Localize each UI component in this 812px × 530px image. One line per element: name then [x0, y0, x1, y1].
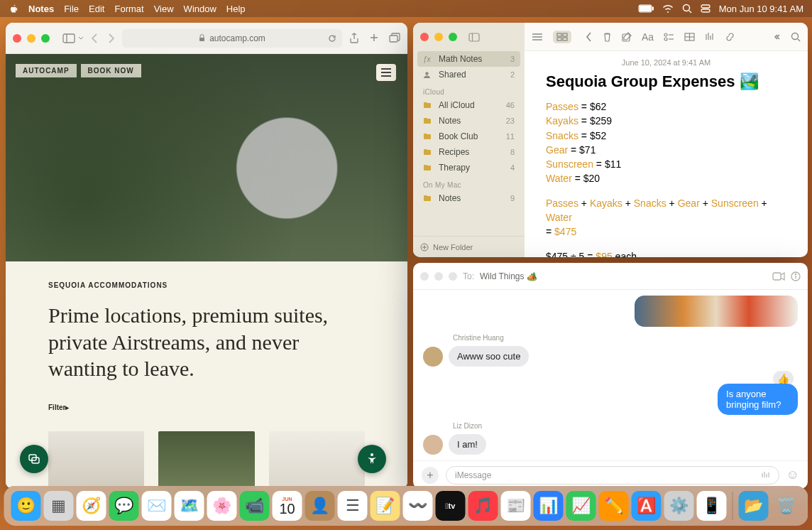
dock-safari-icon[interactable]: 🧭 — [77, 491, 106, 521]
dock-appstore-icon[interactable]: 🅰️ — [632, 491, 662, 521]
dock-messages-icon[interactable]: 💬 — [109, 491, 139, 521]
dock-mail-icon[interactable]: ✉️ — [142, 491, 172, 521]
compose-icon[interactable] — [622, 32, 632, 42]
dock-photos-icon[interactable]: 🌸 — [207, 491, 237, 521]
forward-button[interactable] — [106, 33, 115, 43]
sidebar-toggle-icon[interactable] — [468, 33, 480, 42]
site-logo[interactable]: AUTOCAMP — [16, 64, 77, 77]
app-name[interactable]: Notes — [28, 4, 54, 14]
dock-tv-icon[interactable]: tv — [436, 491, 466, 521]
avatar[interactable] — [423, 435, 443, 455]
dock-contacts-icon[interactable]: 👤 — [305, 491, 335, 521]
battery-icon[interactable] — [638, 4, 654, 13]
message-bubble[interactable]: I am! — [449, 434, 486, 455]
reload-icon[interactable] — [328, 34, 336, 43]
menu-window[interactable]: Window — [184, 4, 216, 14]
hamburger-menu-icon[interactable] — [376, 64, 396, 81]
sidebar-item-therapy[interactable]: Therapy4 — [417, 160, 520, 175]
sidebar-toggle-icon[interactable] — [62, 33, 75, 43]
more-icon[interactable] — [771, 33, 781, 40]
chevron-down-icon[interactable] — [78, 36, 84, 41]
table-icon[interactable] — [684, 33, 695, 41]
note-editor[interactable]: June 10, 2024 at 9:41 AM Sequoia Group E… — [525, 51, 808, 257]
dock-numbers-icon[interactable]: 📈 — [566, 491, 596, 521]
apple-menu-icon[interactable] — [9, 4, 18, 13]
facetime-icon[interactable] — [772, 272, 785, 281]
accessibility-icon[interactable] — [358, 445, 386, 473]
minimize-window-button[interactable] — [27, 34, 35, 43]
sidebar-item-notes[interactable]: Notes9 — [417, 190, 520, 206]
media-icon[interactable] — [705, 32, 715, 41]
filter-button[interactable]: Filter▸ — [48, 404, 365, 411]
sidebar-item-all-icloud[interactable]: All iCloud46 — [417, 97, 520, 113]
format-text-icon[interactable]: Aa — [642, 31, 654, 43]
fullscreen-window-button[interactable] — [41, 34, 50, 43]
message-image-attachment[interactable] — [635, 296, 798, 327]
message-bubble-sent[interactable]: Is anyone bringing film? — [718, 384, 798, 415]
sidebar-item-shared[interactable]: Shared2 — [417, 67, 520, 82]
menu-file[interactable]: File — [64, 4, 79, 14]
dock-iphone-mirroring-icon[interactable]: 📱 — [697, 491, 727, 521]
control-center-icon[interactable] — [701, 4, 710, 13]
dock-trash-icon[interactable]: 🗑️ — [772, 491, 801, 521]
close-window-button[interactable] — [420, 33, 429, 41]
share-icon[interactable] — [349, 33, 359, 44]
menubar-clock[interactable]: Mon Jun 10 9:41 AM — [719, 4, 803, 14]
dock-finder-icon[interactable]: 🙂 — [11, 491, 41, 521]
dock-calendar-icon[interactable]: JUN10 — [273, 491, 302, 521]
new-folder-button[interactable]: New Folder — [413, 236, 525, 257]
gallery-view-icon[interactable] — [553, 31, 571, 43]
new-tab-icon[interactable] — [369, 33, 379, 44]
menu-format[interactable]: Format — [114, 4, 143, 14]
dock-maps-icon[interactable]: 🗺️ — [175, 491, 204, 521]
thumbnail[interactable] — [48, 431, 144, 490]
search-icon[interactable] — [791, 32, 801, 42]
thumbnail[interactable] — [269, 431, 365, 490]
link-icon[interactable] — [725, 33, 735, 41]
menu-help[interactable]: Help — [226, 4, 246, 14]
sidebar-item-math-notes[interactable]: ƒxMath Notes3 — [417, 51, 520, 67]
emoji-picker-icon[interactable]: ☺ — [786, 467, 799, 482]
dock-reminders-icon[interactable]: ☰ — [338, 491, 368, 521]
dock-launchpad-icon[interactable]: ▦ — [44, 491, 74, 521]
close-window-button[interactable] — [13, 34, 21, 43]
minimize-window-button[interactable] — [434, 272, 443, 281]
message-input[interactable]: iMessage — [446, 466, 779, 485]
minimize-window-button[interactable] — [434, 33, 443, 41]
apps-button-icon[interactable]: + — [422, 467, 439, 484]
fullscreen-window-button[interactable] — [449, 33, 457, 41]
chat-widget-icon[interactable] — [20, 445, 48, 473]
info-icon[interactable] — [791, 271, 801, 281]
conversation-name[interactable]: Wild Things 🏕️ — [480, 271, 537, 281]
close-window-button[interactable] — [420, 272, 429, 281]
dock-pages-icon[interactable]: ✏️ — [599, 491, 629, 521]
dock-keynote-icon[interactable]: 📊 — [534, 491, 564, 521]
thumbnail[interactable] — [158, 431, 254, 490]
fullscreen-window-button[interactable] — [449, 272, 457, 281]
dock-news-icon[interactable]: 📰 — [501, 491, 531, 521]
sidebar-item-recipes[interactable]: Recipes8 — [417, 144, 520, 160]
dock-freeform-icon[interactable]: 〰️ — [403, 491, 433, 521]
sidebar-item-notes[interactable]: Notes23 — [417, 113, 520, 129]
dock-facetime-icon[interactable]: 📹 — [240, 491, 270, 521]
list-view-icon[interactable] — [532, 33, 543, 41]
menu-view[interactable]: View — [154, 4, 174, 14]
tabs-icon[interactable] — [389, 33, 400, 44]
back-icon[interactable] — [586, 32, 593, 42]
back-button[interactable] — [91, 33, 99, 43]
address-bar[interactable]: autocamp.com — [122, 29, 342, 48]
book-now-button[interactable]: BOOK NOW — [81, 64, 141, 77]
dock-settings-icon[interactable]: ⚙️ — [664, 491, 694, 521]
checklist-icon[interactable] — [664, 33, 674, 41]
trash-icon[interactable] — [603, 32, 612, 42]
dictation-icon[interactable] — [760, 470, 770, 480]
wifi-icon[interactable] — [662, 4, 674, 13]
message-bubble[interactable]: Awww soo cute — [449, 346, 529, 367]
sidebar-item-book-club[interactable]: Book Club11 — [417, 129, 520, 144]
message-thread[interactable]: Christine Huang Awww soo cute 👍 Is anyon… — [413, 290, 808, 460]
dock-music-icon[interactable]: 🎵 — [468, 491, 498, 521]
avatar[interactable] — [423, 347, 443, 367]
dock-notes-icon[interactable]: 📝 — [371, 491, 400, 521]
spotlight-icon[interactable] — [682, 4, 692, 13]
menu-edit[interactable]: Edit — [89, 4, 104, 14]
